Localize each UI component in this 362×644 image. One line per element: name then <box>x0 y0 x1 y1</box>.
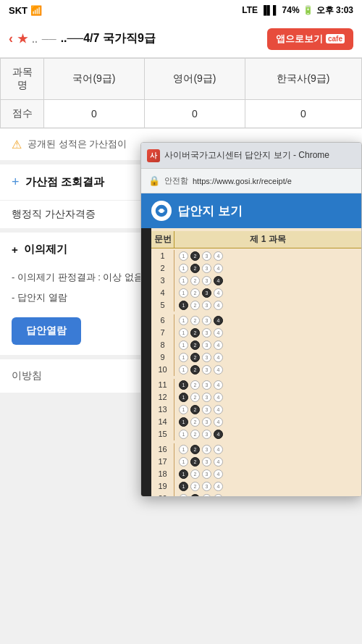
answer-circle-q4-a4: 4 <box>214 288 223 298</box>
answer-row-20: 201234 <box>151 493 361 496</box>
answer-circle-q17-a4: 4 <box>214 457 223 467</box>
signal-icon: 📶 <box>30 5 42 16</box>
answer-circle-q3-a2: 2 <box>190 276 200 285</box>
answer-circle-q11-a4: 4 <box>214 380 223 390</box>
answer-circle-q1-a3: 3 <box>202 251 211 261</box>
answer-circle-q1-a1: 1 <box>179 251 188 261</box>
time-text: 오후 3:03 <box>316 4 353 17</box>
answer-row-7: 71234 <box>151 327 361 339</box>
answer-circle-q20-a1: 1 <box>179 494 188 496</box>
svg-point-1 <box>159 209 164 213</box>
notice-text: 공개된 성적은 가산점이 <box>28 138 127 151</box>
chrome-content: 답안지 보기 문번 제 1 과목 11234212343123441234512… <box>141 193 361 496</box>
answer-circle-q9-a1: 1 <box>179 353 188 362</box>
battery-icon: 🔋 <box>303 5 313 15</box>
q-number-1: 1 <box>151 250 174 262</box>
answer-row-17: 171234 <box>151 456 361 468</box>
answer-circle-q5-a2: 2 <box>190 301 200 310</box>
answer-circle-q11-a2: 2 <box>190 380 200 390</box>
answer-row-15: 151234 <box>151 428 361 440</box>
carrier-text: SKT <box>9 5 28 16</box>
answer-btn-label: 답안열람 <box>26 325 67 336</box>
score-label: 점수 <box>1 100 44 128</box>
answer-circle-q16-a3: 3 <box>202 445 211 454</box>
answer-circle-q19-a3: 3 <box>202 482 211 491</box>
page-title: ..──4/7 국가직9급 <box>61 31 156 46</box>
answer-circle-q18-a4: 4 <box>214 469 223 479</box>
q-answers-11: 1234 <box>174 380 361 390</box>
q-answers-1: 1234 <box>174 251 361 261</box>
chrome-addressbar[interactable]: 🔒 안전함 https://www.gosi.kr/receipt/e <box>141 169 361 193</box>
answer-circle-q7-a2: 2 <box>190 328 200 338</box>
q-number-17: 17 <box>151 456 174 468</box>
answer-circle-q11-a1: 1 <box>179 380 188 390</box>
answer-circle-q14-a2: 2 <box>190 417 200 427</box>
answer-row-19: 191234 <box>151 480 361 493</box>
q-number-19: 19 <box>151 480 174 493</box>
q-answers-15: 1234 <box>174 430 361 439</box>
objection-label: 이의제기 <box>24 243 67 256</box>
answer-circle-q10-a3: 3 <box>202 365 211 375</box>
answer-row-13: 131234 <box>151 403 361 416</box>
q-answers-10: 1234 <box>174 365 361 375</box>
answer-circle-q18-a2: 2 <box>190 469 200 479</box>
answer-circle-q9-a4: 4 <box>214 353 223 362</box>
answer-circle-q10-a2: 2 <box>190 365 200 375</box>
app-view-button[interactable]: 앱으로보기 cafe <box>267 28 353 50</box>
answer-circle-q19-a2: 2 <box>190 482 200 491</box>
answer-circle-q12-a1: 1 <box>179 393 188 402</box>
q-number-12: 12 <box>151 391 174 403</box>
answer-circle-q12-a3: 3 <box>202 393 211 402</box>
q-answers-14: 1234 <box>174 417 361 427</box>
q-number-3: 3 <box>151 275 174 287</box>
score-row: 점수 0 0 0 <box>1 100 362 128</box>
answer-circle-q2-a3: 3 <box>202 264 211 273</box>
certification-label: 행정직 가산자격증 <box>12 208 96 219</box>
answer-circle-q4-a3: 3 <box>202 288 211 298</box>
answer-circle-q8-a1: 1 <box>179 340 188 350</box>
answer-row-6: 61234 <box>151 314 361 327</box>
answer-row-12: 121234 <box>151 391 361 403</box>
answer-circle-q9-a2: 2 <box>190 353 200 362</box>
score-table: 과목명 국어(9급) 영어(9급) 한국사(9급) 점수 0 0 0 <box>0 58 362 128</box>
q-answers-18: 1234 <box>174 469 361 479</box>
network-type: LTE <box>242 5 258 15</box>
q-number-18: 18 <box>151 468 174 480</box>
answer-circle-q10-a1: 1 <box>179 365 188 375</box>
status-right: LTE ▐▌▌ 74% 🔋 오후 3:03 <box>242 4 353 17</box>
answer-circle-q15-a3: 3 <box>202 430 211 439</box>
answer-circle-q11-a3: 3 <box>202 380 211 390</box>
back-button[interactable]: ‹ <box>9 31 13 46</box>
answer-circle-q16-a4: 4 <box>214 445 223 454</box>
q-answers-20: 1234 <box>174 494 361 496</box>
star-icon[interactable]: ★ <box>17 32 28 46</box>
q-answers-2: 1234 <box>174 264 361 273</box>
answer-circle-q10-a4: 4 <box>214 365 223 375</box>
english-subject: 영어(9급) <box>144 59 245 100</box>
status-left: SKT 📶 <box>9 5 42 16</box>
q-answers-17: 1234 <box>174 457 361 467</box>
answer-view-button[interactable]: 답안열람 <box>12 317 81 345</box>
answer-circle-q4-a2: 2 <box>190 288 200 298</box>
answer-circle-q3-a4: 4 <box>214 276 223 285</box>
answer-circle-q5-a4: 4 <box>214 301 223 310</box>
korean-subject: 국어(9급) <box>44 59 145 100</box>
answer-circle-q15-a4: 4 <box>214 430 223 439</box>
objection-result-value: 이의제기 판정결과 : 이상 없음 <box>17 272 143 283</box>
answer-circle-q5-a3: 3 <box>202 301 211 310</box>
q-number-5: 5 <box>151 299 174 311</box>
q-number-7: 7 <box>151 327 174 339</box>
subject-row: 과목명 국어(9급) 영어(9급) 한국사(9급) <box>1 59 362 100</box>
status-bar: SKT 📶 LTE ▐▌▌ 74% 🔋 오후 3:03 <box>0 0 362 20</box>
dash-prefix: - <box>12 272 17 283</box>
answer-circle-q12-a4: 4 <box>214 393 223 402</box>
answer-circle-q14-a3: 3 <box>202 417 211 427</box>
secure-lock-icon: 🔒 <box>148 175 160 186</box>
q-number-9: 9 <box>151 351 174 364</box>
q-number-2: 2 <box>151 262 174 275</box>
answer-row-10: 101234 <box>151 364 361 376</box>
q-number-14: 14 <box>151 416 174 428</box>
answer-circle-q3-a3: 3 <box>202 276 211 285</box>
notice-icon: ⚠ <box>12 138 22 151</box>
answer-circle-q20-a2: 2 <box>190 494 200 496</box>
